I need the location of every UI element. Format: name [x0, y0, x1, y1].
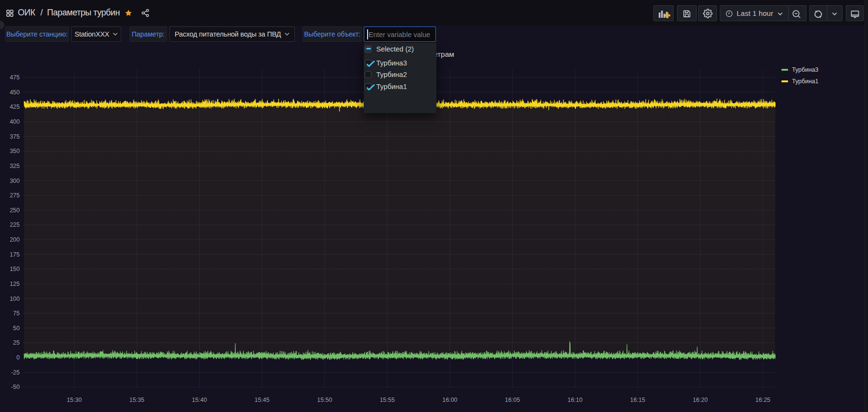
svg-text:15:55: 15:55 — [380, 397, 395, 403]
svg-text:50: 50 — [13, 325, 20, 332]
svg-text:16:00: 16:00 — [442, 397, 457, 403]
svg-text:200: 200 — [10, 236, 20, 243]
svg-text:425: 425 — [10, 103, 20, 110]
svg-text:400: 400 — [10, 118, 20, 125]
svg-text:350: 350 — [10, 148, 20, 154]
svg-text:175: 175 — [10, 251, 20, 258]
svg-text:75: 75 — [13, 310, 20, 317]
svg-text:16:20: 16:20 — [693, 397, 708, 403]
svg-text:275: 275 — [10, 192, 20, 199]
svg-text:15:40: 15:40 — [192, 397, 207, 403]
svg-text:16:10: 16:10 — [567, 397, 582, 403]
svg-text:250: 250 — [10, 207, 20, 214]
svg-text:16:15: 16:15 — [630, 397, 645, 403]
svg-text:475: 475 — [10, 74, 20, 81]
svg-text:375: 375 — [10, 133, 20, 140]
svg-text:16:25: 16:25 — [755, 397, 770, 403]
svg-text:-25: -25 — [11, 369, 20, 376]
svg-text:450: 450 — [10, 89, 20, 96]
svg-text:150: 150 — [10, 266, 20, 272]
svg-text:15:30: 15:30 — [67, 397, 82, 403]
svg-text:325: 325 — [10, 163, 20, 169]
svg-text:15:50: 15:50 — [317, 397, 332, 403]
svg-text:25: 25 — [13, 339, 20, 346]
svg-text:15:35: 15:35 — [129, 397, 144, 403]
svg-text:225: 225 — [10, 221, 20, 228]
svg-text:100: 100 — [10, 296, 20, 302]
svg-text:0: 0 — [16, 354, 20, 361]
svg-text:15:45: 15:45 — [255, 397, 269, 403]
svg-text:125: 125 — [10, 281, 20, 287]
svg-text:16:05: 16:05 — [505, 397, 520, 403]
svg-text:300: 300 — [10, 178, 20, 184]
svg-text:-50: -50 — [11, 384, 20, 390]
